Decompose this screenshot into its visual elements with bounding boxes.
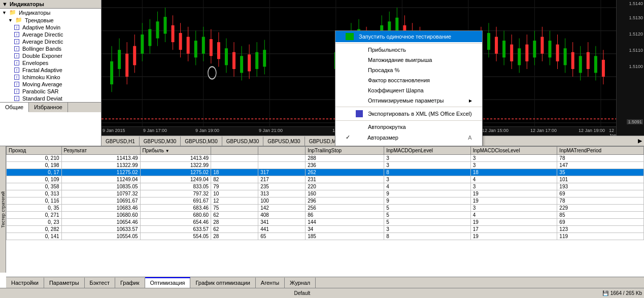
- bottom-tab-settings[interactable]: Настройки: [6, 277, 44, 288]
- menu-item-recovery-factor[interactable]: Фактор восстановления: [335, 75, 482, 85]
- sidebar-item-double-exponer[interactable]: fDouble Exponer: [0, 52, 101, 59]
- table-container[interactable]: ПроходРезультатПрибыль ▼InpTrailingStopI…: [6, 146, 644, 277]
- menu-item-sharpe[interactable]: Коэффициент Шарпа: [335, 85, 482, 95]
- table-row[interactable]: 0, 14110554.05554.052865185819119: [7, 233, 644, 240]
- table-cell: 633.57: [140, 226, 211, 233]
- table-cell: 408: [258, 212, 306, 219]
- sidebar-item-standard-deviat[interactable]: fStandard Deviat: [0, 95, 101, 102]
- menu-item-profitability[interactable]: Прибыльность: [335, 45, 482, 55]
- table-cell: 142: [258, 205, 306, 212]
- price-axis: 1.5140 1.5130 1.5120 1.5110 1.5100 1.509…: [616, 0, 644, 136]
- table-cell: 10654.46: [61, 219, 140, 226]
- status-memory: 1664 / 265 Kb: [611, 290, 642, 296]
- sidebar-item-ichimoku-kinko[interactable]: fIchimoku Kinko: [0, 74, 101, 81]
- table-cell: 11275.02: [61, 169, 140, 176]
- table-cell: 10554.05: [61, 233, 140, 240]
- sidebar-item-trending[interactable]: ▼📁Трендовые: [0, 16, 101, 24]
- table-row[interactable]: 0, 10911249.041249.048221723134101: [7, 176, 644, 183]
- sidebar-item-average-directi1[interactable]: fAverage Directic: [0, 31, 101, 38]
- menu-item-grid[interactable]: ✓СеткаG: [335, 143, 482, 146]
- menu-label: Запустить одиночное тестирование: [359, 34, 451, 40]
- bottom-tab-backtest[interactable]: Бэктест: [85, 277, 115, 288]
- table-cell: 680.60: [140, 212, 211, 219]
- sidebar-item-envelopes[interactable]: fEnvelopes: [0, 59, 101, 67]
- table-cell: 185: [306, 233, 384, 240]
- table-row[interactable]: 0, 27110680.60680.6062408865485: [7, 212, 644, 219]
- file-icon: f: [14, 53, 19, 58]
- col-header-profit[interactable]: Прибыль ▼: [140, 147, 211, 155]
- bottom-tab-agents[interactable]: Агенты: [256, 277, 285, 288]
- table-cell: [211, 162, 258, 169]
- context-menu: Запустить одиночное тестированиеПрибыльн…: [335, 30, 483, 146]
- bottom-tab-optimization[interactable]: Оптимизация: [145, 277, 191, 288]
- svg-rect-44: [217, 42, 220, 59]
- price-label-2: 1.5130: [629, 15, 643, 20]
- submenu-arrow: ▶: [469, 98, 472, 103]
- col-header-pass[interactable]: Проход: [7, 147, 62, 155]
- menu-item-auto-size[interactable]: ✓АвторазмерA: [335, 132, 482, 143]
- chart-tab-gbpusd-m30-2[interactable]: GBPUSD,M30: [181, 136, 222, 146]
- svg-rect-106: [518, 48, 521, 65]
- table-cell: 3: [384, 162, 471, 169]
- sidebar-tab-general[interactable]: Общие: [0, 103, 29, 112]
- svg-rect-50: [240, 56, 243, 73]
- table-row[interactable]: 0, 19811322.991322.9923633147: [7, 162, 644, 169]
- col-header-inp-trailing-stop[interactable]: InpTrailingStop: [306, 147, 384, 155]
- menu-label: Матожидание выигрыша: [368, 57, 432, 63]
- col-header-col4[interactable]: [211, 147, 258, 155]
- sidebar-item-parabolic-sar[interactable]: fParabolic SAR: [0, 88, 101, 95]
- table-row[interactable]: 0, 1711275.021275.021831726281835: [7, 169, 644, 176]
- table-row[interactable]: 0, 11610691.67691.671210029691978: [7, 197, 644, 205]
- bottom-tab-params[interactable]: Параметры: [44, 277, 85, 288]
- table-cell: 554.05: [140, 233, 211, 240]
- col-header-result[interactable]: Результат: [61, 147, 140, 155]
- bottom-tab-opt-graph[interactable]: График оптимизации: [190, 277, 255, 288]
- table-row[interactable]: 0, 3510683.46683.467514225653229: [7, 205, 644, 212]
- table-cell: 11413.49: [61, 155, 140, 162]
- table-cell: 147: [557, 162, 644, 169]
- table-cell: 160: [306, 190, 384, 197]
- svg-rect-112: [540, 37, 544, 54]
- table-cell: 3: [384, 176, 471, 183]
- table-row[interactable]: 0, 31310797.32797.321031316091969: [7, 190, 644, 197]
- svg-rect-28: [156, 21, 159, 38]
- bottom-tab-graph[interactable]: График: [115, 277, 145, 288]
- menu-item-profit-factor[interactable]: Матожидание выигрыша: [335, 55, 482, 65]
- sidebar-item-average-directi2[interactable]: fAverage Directic: [0, 38, 101, 45]
- table-cell: 683.46: [140, 205, 211, 212]
- sidebar-item-indicators-root[interactable]: ▼📁Индикаторы: [0, 9, 101, 16]
- sidebar-item-fractal-adaptive[interactable]: fFractal Adaptive: [0, 67, 101, 74]
- table-cell: 69: [557, 190, 644, 197]
- chart-tab-gbpusd-m30-4[interactable]: GBPUSD,M30: [263, 136, 304, 146]
- svg-rect-24: [141, 35, 144, 54]
- table-row[interactable]: 0, 21011413.491413.492883378: [7, 155, 644, 162]
- table-cell: 341: [258, 219, 306, 226]
- svg-rect-110: [533, 41, 536, 57]
- menu-item-export-xml[interactable]: Экспортировать в XML (MS Office Excel): [335, 108, 482, 119]
- col-header-col5[interactable]: [258, 147, 306, 155]
- svg-rect-124: [587, 52, 590, 69]
- menu-item-auto-scroll[interactable]: Автопрокрутка: [335, 122, 482, 132]
- table-cell: 144: [306, 219, 384, 226]
- file-icon: f: [14, 46, 19, 51]
- expand-icon: ▼: [8, 18, 13, 23]
- bottom-tab-journal[interactable]: Журнал: [285, 277, 316, 288]
- chart-tab-scroll-right[interactable]: ▶: [636, 137, 644, 145]
- sidebar-tab-favorites[interactable]: Избранное: [29, 103, 68, 112]
- svg-rect-108: [525, 45, 528, 61]
- col-header-inp-macd-open[interactable]: InpMACDOpenLevel: [384, 147, 471, 155]
- sidebar-item-moving-average[interactable]: fMoving Average: [0, 81, 101, 88]
- menu-item-optimizable-params[interactable]: Оптимизируемые параметры▶: [335, 95, 482, 106]
- col-header-inp-macd-close[interactable]: InpMACDCloseLevel: [470, 147, 557, 155]
- table-row[interactable]: 0, 28210633.57633.576244134317123: [7, 226, 644, 233]
- chart-tab-gbpusd-m30-3[interactable]: GBPUSD,M30: [222, 136, 263, 146]
- chart-tab-gbpusd-m30-1[interactable]: GBPUSD,M30: [140, 136, 181, 146]
- table-row[interactable]: 0, 35810835.05833.057923522043193: [7, 183, 644, 190]
- sidebar-item-adaptive-movin[interactable]: fAdaptive Movin: [0, 24, 101, 31]
- chart-tab-gbpusd-h1[interactable]: GBPUSD,H1: [101, 136, 140, 146]
- table-row[interactable]: 0, 2310654.46654.462834114451969: [7, 219, 644, 226]
- sidebar-item-bollinger-bands[interactable]: fBollinger Bands: [0, 45, 101, 52]
- menu-item-drawdown[interactable]: Просадка %: [335, 65, 482, 75]
- col-header-inp-ma-trend[interactable]: InpMATrendPeriod: [557, 147, 644, 155]
- menu-item-run-single-test[interactable]: Запустить одиночное тестирование: [335, 31, 482, 42]
